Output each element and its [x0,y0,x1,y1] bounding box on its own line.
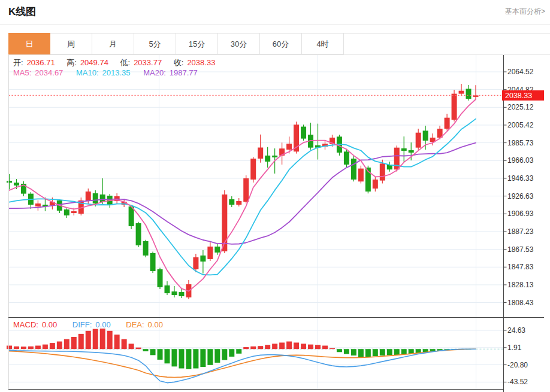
ma5-value: 2034.67 [35,68,63,77]
y-axis-label: 24.63 [507,326,525,335]
y-axis-label: 1828.13 [507,281,534,289]
y-axis-label: 1808.43 [507,299,534,307]
ma5-line [10,99,476,291]
y-axis-label: 1966.03 [507,156,534,165]
dea-value: 0.00 [148,320,163,329]
diff-label: DIFF: [72,320,92,329]
dea-label: DEA: [126,320,144,329]
y-axis-label: 1926.63 [507,192,534,200]
y-axis-label: 1847.83 [507,263,534,271]
y-axis-label: -20.80 [507,361,528,369]
high-value: 2049.74 [80,58,108,67]
macd-value: 0.00 [42,320,57,329]
y-axis-label: 1946.33 [507,174,534,183]
ma20-label: MA20: [143,68,166,77]
kline-module: K线图 基本面分析> 日周月5分15分30分60分4时 2064.522044.… [0,0,550,392]
low-value: 2033.77 [134,58,162,67]
y-axis-label: 1867.53 [507,245,534,254]
ma-legend: MA5:2034.67 MA10:2013.35 MA20:1987.77 [13,68,201,77]
y-axis-label: 2064.52 [507,68,534,76]
y-axis-label: 2025.12 [507,103,534,111]
low-label: 低: [120,58,131,67]
ma20-value: 1987.77 [170,68,198,77]
y-axis-label: 1887.23 [507,227,534,236]
y-axis: 2064.522044.822025.122005.421985.731966.… [504,68,534,386]
ohlc-legend: 开:2036.71 高:2049.74 低:2033.77 收:2038.33 [13,57,219,68]
open-label: 开: [13,58,23,67]
ma10-label: MA10: [76,68,99,77]
y-axis-label: 1985.73 [507,139,534,147]
y-axis-label: 1.91 [507,344,522,352]
macd-label: MACD: [13,320,38,329]
open-value: 2036.71 [27,58,55,67]
y-axis-label: -43.52 [507,378,528,386]
macd-legend: MACD:0.00 DIFF:0.00 DEA:0.00 [13,320,167,329]
y-axis-label: 2005.42 [507,121,534,129]
last-price-badge: 2038.33 [502,90,544,101]
ma10-value: 2013.35 [102,68,131,77]
ma5-label: MA5: [13,68,31,77]
close-value: 2038.33 [187,58,215,67]
last-price-badge-text: 2038.33 [505,92,532,100]
y-axis-label: 1906.93 [507,209,534,218]
ma10-line [10,119,476,275]
diff-value: 0.00 [95,320,110,329]
high-label: 高: [67,58,77,67]
close-label: 收: [174,58,184,67]
ma20-line [10,143,476,244]
